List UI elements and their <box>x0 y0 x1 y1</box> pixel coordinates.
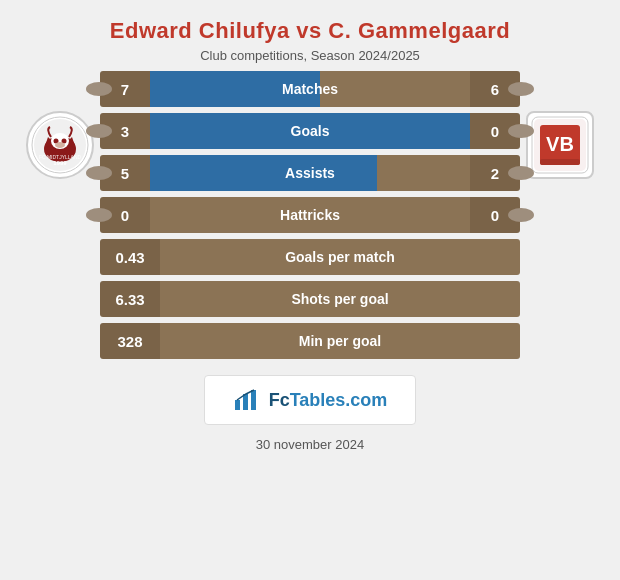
pill-left-hattricks <box>86 208 112 222</box>
pill-right-goals <box>508 124 534 138</box>
brand-tables: Tables.com <box>290 390 388 410</box>
vb-logo: VB <box>526 111 594 179</box>
hattricks-row: 0 Hattricks 0 <box>100 197 520 233</box>
brand-text: FcTables.com <box>269 390 388 411</box>
svg-rect-16 <box>235 400 240 410</box>
footer-brand: FcTables.com 30 november 2024 <box>204 375 417 452</box>
goals-bar: Goals <box>150 113 470 149</box>
pill-right-matches <box>508 82 534 96</box>
goals-per-match-label: Goals per match <box>285 249 395 265</box>
goals-per-match-row: 0.43 Goals per match <box>100 239 520 275</box>
svg-rect-15 <box>540 159 580 165</box>
matches-bar: Matches <box>150 71 470 107</box>
goals-per-match-bar: Goals per match <box>160 239 520 275</box>
fcm-logo: 1999 FC MIDTJYLLAND <box>26 111 94 179</box>
goals-row-wrapper: 3 Goals 0 <box>100 113 520 149</box>
min-per-goal-row: 328 Min per goal <box>100 323 520 359</box>
fcm-logo-svg: 1999 FC MIDTJYLLAND <box>30 115 90 175</box>
hattricks-label: Hattricks <box>280 207 340 223</box>
shots-per-goal-val: 6.33 <box>100 281 160 317</box>
shots-per-goal-row: 6.33 Shots per goal <box>100 281 520 317</box>
assists-fill <box>150 155 377 191</box>
pill-right-assists <box>508 166 534 180</box>
vb-logo-svg: VB <box>530 115 590 175</box>
svg-text:VB: VB <box>546 133 574 155</box>
page-title: Edward Chilufya vs C. Gammelgaard <box>20 18 600 44</box>
hattricks-row-wrapper: 0 Hattricks 0 <box>100 197 520 233</box>
svg-text:FC MIDTJYLLAND: FC MIDTJYLLAND <box>39 154 82 160</box>
svg-rect-18 <box>251 390 256 410</box>
svg-point-8 <box>55 142 65 148</box>
matches-row-wrapper: 7 Matches 6 <box>100 71 520 107</box>
assists-bar: Assists <box>150 155 470 191</box>
goals-label: Goals <box>291 123 330 139</box>
min-per-goal-val: 328 <box>100 323 160 359</box>
subtitle: Club competitions, Season 2024/2025 <box>20 48 600 63</box>
brand-box: FcTables.com <box>204 375 417 425</box>
shots-per-goal-bar: Shots per goal <box>160 281 520 317</box>
assists-label: Assists <box>285 165 335 181</box>
stats-column: 7 Matches 6 3 Goals <box>100 71 520 359</box>
pill-left-matches <box>86 82 112 96</box>
brand-chart-icon <box>233 386 261 414</box>
goals-row: 3 Goals 0 <box>100 113 520 149</box>
pill-right-hattricks <box>508 208 534 222</box>
shots-per-goal-label: Shots per goal <box>291 291 388 307</box>
header: Edward Chilufya vs C. Gammelgaard Club c… <box>0 0 620 71</box>
footer-date: 30 november 2024 <box>256 437 364 452</box>
assists-row-wrapper: 5 Assists 2 <box>100 155 520 191</box>
pill-left-goals <box>86 124 112 138</box>
pill-left-assists <box>86 166 112 180</box>
svg-text:1999: 1999 <box>53 160 67 166</box>
min-per-goal-label: Min per goal <box>299 333 381 349</box>
main-content: 1999 FC MIDTJYLLAND 7 Matches 6 <box>20 71 600 359</box>
min-per-goal-bar: Min per goal <box>160 323 520 359</box>
brand-fc: Fc <box>269 390 290 410</box>
hattricks-bar: Hattricks <box>150 197 470 233</box>
goals-per-match-val: 0.43 <box>100 239 160 275</box>
assists-row: 5 Assists 2 <box>100 155 520 191</box>
page-wrapper: Edward Chilufya vs C. Gammelgaard Club c… <box>0 0 620 580</box>
matches-label: Matches <box>282 81 338 97</box>
matches-row: 7 Matches 6 <box>100 71 520 107</box>
